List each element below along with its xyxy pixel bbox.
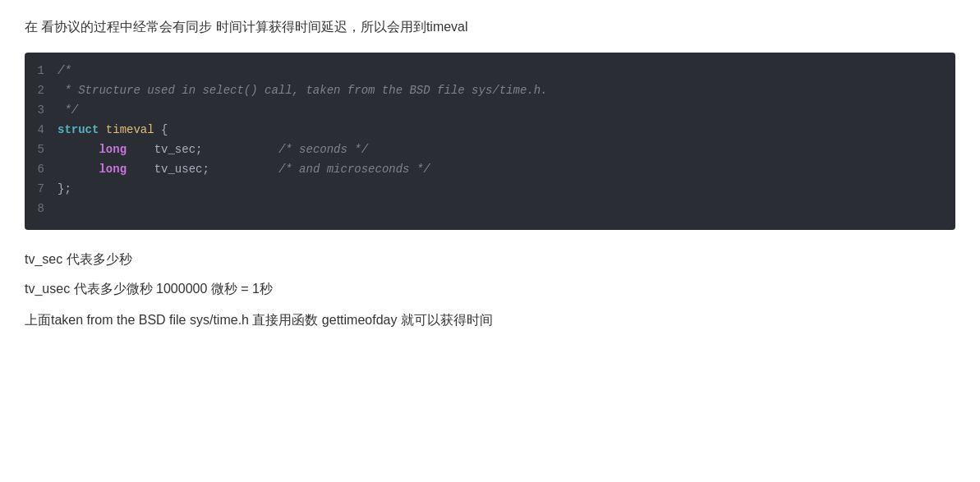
code-line-6: 6 long tv_usec; /* and microseconds */ <box>25 161 955 181</box>
line-content-6: long tv_usec; /* and microseconds */ <box>58 163 430 176</box>
code-block: 1 /* 2 * Structure used in select() call… <box>25 53 955 230</box>
line-content-4: struct timeval { <box>58 123 168 136</box>
line-number-4: 4 <box>25 123 58 136</box>
description-tvsec: tv_sec 代表多少秒 <box>25 246 955 273</box>
intro-paragraph: 在 看协议的过程中经常会有同步 时间计算获得时间延迟，所以会用到timeval <box>25 16 955 38</box>
code-line-1: 1 /* <box>25 62 955 82</box>
line-number-2: 2 <box>25 84 58 97</box>
line-number-1: 1 <box>25 64 58 77</box>
code-line-3: 3 */ <box>25 102 955 122</box>
code-line-4: 4 struct timeval { <box>25 122 955 141</box>
description-tvusec: tv_usec 代表多少微秒 1000000 微秒 = 1秒 <box>25 276 955 302</box>
line-number-7: 7 <box>25 182 58 195</box>
line-content-1: /* <box>58 64 71 77</box>
code-line-5: 5 long tv_sec; /* seconds */ <box>25 141 955 161</box>
bottom-paragraph: 上面taken from the BSD file sys/time.h 直接用… <box>25 309 955 333</box>
line-number-5: 5 <box>25 143 58 156</box>
code-line-7: 7 }; <box>25 181 955 200</box>
line-number-6: 6 <box>25 163 58 176</box>
line-content-3: */ <box>58 103 78 117</box>
line-number-8: 8 <box>25 202 58 215</box>
code-line-2: 2 * Structure used in select() call, tak… <box>25 82 955 102</box>
line-content-5: long tv_sec; /* seconds */ <box>58 143 368 156</box>
line-content-7: }; <box>58 182 71 195</box>
code-line-8: 8 <box>25 200 955 220</box>
line-number-3: 3 <box>25 103 58 117</box>
line-content-2: * Structure used in select() call, taken… <box>58 84 548 97</box>
